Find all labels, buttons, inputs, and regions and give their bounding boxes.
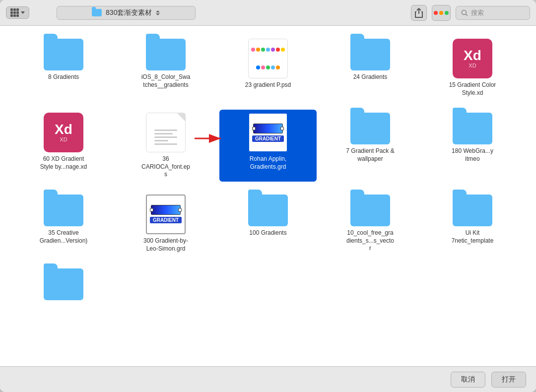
file-label: 7 Gradient Pack & wallpaper [345, 147, 395, 163]
folder-icon [44, 268, 83, 300]
file-item[interactable]: Xd XD 15 Gradient Color Style.xd [424, 36, 521, 100]
file-item[interactable]: 23 gradient P.psd [219, 36, 317, 100]
file-item[interactable] [15, 265, 112, 306]
file-label: 24 Gradients [353, 73, 388, 81]
file-label: 8 Gradients [48, 73, 79, 81]
chevron-down-icon [21, 11, 25, 14]
folder-icon [350, 195, 390, 226]
file-label: 36 CARIOCA_font.eps [141, 155, 191, 179]
file-item[interactable]: GRADIENT Rohan Applin, Gradients.grd [219, 110, 317, 182]
file-item[interactable]: GRADIENT 300 Gradient-by-Leo-Simon.grd [117, 192, 214, 256]
file-label: Rohan Applin, Gradients.grd [243, 155, 293, 171]
search-placeholder: 搜索 [471, 8, 484, 17]
xd-file-icon: Xd XD [453, 39, 492, 78]
file-label: 300 Gradient-by-Leo-Simon.grd [141, 237, 191, 253]
grd-file-icon: GRADIENT [248, 113, 288, 152]
path-container[interactable]: 830套渐变素材 [57, 6, 196, 20]
svg-point-1 [462, 10, 467, 14]
file-label: 15 Gradient Color Style.xd [448, 81, 497, 97]
folder-icon [350, 113, 390, 144]
folder-icon [44, 195, 83, 226]
folder-path-icon [92, 9, 102, 16]
file-label: iOS_8_Color_Swatches__gradients [141, 73, 191, 89]
xd-file-icon: Xd XD [44, 113, 83, 152]
file-label: 100 Gradients [249, 229, 286, 237]
folder-icon [146, 39, 186, 70]
main-content: 8 Gradients iOS_8_Color_Swatches__gradie… [0, 26, 536, 366]
psd-file-icon [248, 39, 288, 78]
file-grid: 8 Gradients iOS_8_Color_Swatches__gradie… [15, 36, 521, 306]
folder-icon [453, 113, 492, 144]
file-item[interactable]: iOS_8_Color_Swatches__gradients [117, 36, 214, 100]
file-item[interactable]: 24 Gradients [322, 36, 419, 100]
eps-file-icon [146, 113, 186, 152]
toolbar: 830套渐变素材 [0, 0, 536, 26]
file-item[interactable]: 7 Gradient Pack & wallpaper [322, 110, 419, 182]
search-icon [461, 9, 468, 16]
share-button[interactable] [411, 5, 427, 21]
cancel-button[interactable]: 取消 [451, 372, 485, 388]
folder-icon [453, 195, 492, 226]
file-label: 35 Creative Gradien...Version) [39, 229, 88, 245]
grid-view-icon [10, 8, 19, 17]
folder-icon [350, 39, 390, 70]
share-icon [415, 8, 423, 18]
path-bar: 830套渐变素材 [34, 6, 218, 20]
tag-icon [434, 11, 449, 15]
file-label: 60 XD Gradient Style by...nage.xd [39, 155, 88, 171]
file-label: 180 WebGra...y itmeo [448, 147, 497, 163]
file-item[interactable]: 100 Gradients [219, 192, 317, 256]
file-item[interactable]: 180 WebGra...y itmeo [424, 110, 521, 182]
file-label: 10_cool_free_gradients_s...s_vector [345, 229, 395, 253]
grd2-file-icon: GRADIENT [146, 195, 186, 234]
open-button[interactable]: 打开 [491, 372, 526, 388]
file-item[interactable]: 8 Gradients [15, 36, 112, 100]
file-item[interactable]: Xd XD 60 XD Gradient Style by...nage.xd [15, 110, 112, 182]
file-label: Ui Kit 7netic_template [448, 229, 497, 245]
folder-icon [248, 195, 288, 226]
folder-icon [44, 39, 83, 70]
path-text: 830套渐变素材 [106, 8, 152, 17]
file-item[interactable]: 10_cool_free_gradients_s...s_vector [322, 192, 419, 256]
file-label: 23 gradient P.psd [245, 81, 291, 89]
file-item[interactable]: 35 Creative Gradien...Version) [15, 192, 112, 256]
view-toggle-button[interactable] [6, 6, 29, 19]
path-chevrons [156, 10, 160, 15]
file-item[interactable]: Ui Kit 7netic_template [424, 192, 521, 256]
search-box[interactable]: 搜索 [456, 6, 530, 20]
file-item[interactable]: 36 CARIOCA_font.eps [117, 110, 214, 182]
tag-button[interactable] [432, 5, 451, 21]
finder-window: 830套渐变素材 [0, 0, 536, 392]
bottom-bar: 取消 打开 [0, 366, 536, 392]
svg-line-2 [466, 14, 468, 16]
